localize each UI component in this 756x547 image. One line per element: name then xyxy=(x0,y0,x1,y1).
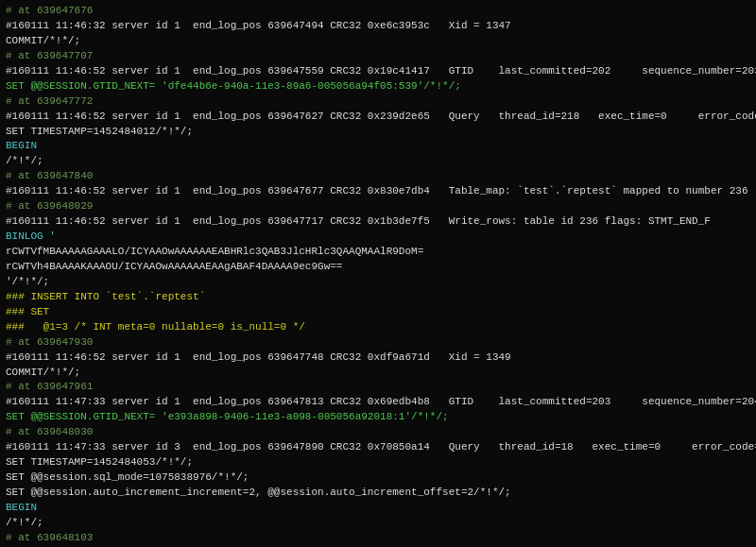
terminal-line: #160111 11:46:32 server id 1 end_log_pos… xyxy=(6,19,750,34)
terminal-line: ### INSERT INTO `test`.`reptest` xyxy=(6,290,750,305)
terminal-line: BEGIN xyxy=(6,501,750,516)
terminal-line: #160111 11:47:33 server id 3 end_log_pos… xyxy=(6,440,750,455)
terminal-line: # at 639647676 xyxy=(6,4,750,19)
terminal-line: # at 639647707 xyxy=(6,49,750,64)
terminal-line: /*!*/; xyxy=(6,154,750,169)
terminal-line: SET @@session.auto_increment_increment=2… xyxy=(6,486,750,501)
terminal-line: BEGIN xyxy=(6,139,750,154)
terminal-line: #160111 11:47:33 server id 1 end_log_pos… xyxy=(6,395,750,410)
terminal-line: # at 639647961 xyxy=(6,380,750,395)
terminal-line: SET TIMESTAMP=1452484053/*!*/; xyxy=(6,455,750,470)
terminal-line: #160111 11:46:52 server id 1 end_log_pos… xyxy=(6,214,750,230)
terminal-line: ### SET xyxy=(6,305,750,320)
terminal-line: BINLOG ' xyxy=(6,230,750,245)
terminal-line: rCWTVfMBAAAAAGAAALO/ICYAAOwAAAAAAEABHRlc… xyxy=(6,245,750,260)
terminal-window: # at 639647676#160111 11:46:32 server id… xyxy=(0,0,756,547)
terminal-line: # at 639648030 xyxy=(6,425,750,440)
terminal-line: #160111 11:46:52 server id 1 end_log_pos… xyxy=(6,184,750,199)
terminal-line: #160111 11:46:52 server id 1 end_log_pos… xyxy=(6,64,750,79)
terminal-line: /*!*/; xyxy=(6,516,750,531)
terminal-line: # at 639647840 xyxy=(6,169,750,184)
terminal-line: COMMIT/*!*/; xyxy=(6,34,750,49)
terminal-line: SET @@SESSION.GTID_NEXT= 'dfe44b6e-940a-… xyxy=(6,79,750,94)
terminal-line: # at 639648029 xyxy=(6,199,750,214)
terminal-line: ### @1=3 /* INT meta=0 nullable=0 is_nul… xyxy=(6,320,750,335)
terminal-line: SET @@SESSION.GTID_NEXT= 'e393a898-9406-… xyxy=(6,410,750,425)
terminal-line: #160111 11:46:52 server id 1 end_log_pos… xyxy=(6,110,750,125)
terminal-line: SET TIMESTAMP=1452484012/*!*/; xyxy=(6,125,750,140)
terminal-line: #160111 11:46:52 server id 1 end_log_pos… xyxy=(6,350,750,366)
terminal-line: '/*!*/; xyxy=(6,275,750,290)
terminal-line: rCWTVh4BAAAAKAAAOU/ICYAAOwAAAAAAEAAgABAF… xyxy=(6,260,750,275)
terminal-line: COMMIT/*!*/; xyxy=(6,366,750,381)
terminal-line: # at 639648103 xyxy=(6,531,750,546)
terminal-line: # at 639647930 xyxy=(6,335,750,350)
terminal-line: # at 639647772 xyxy=(6,94,750,110)
terminal-line: SET @@session.sql_mode=1075838976/*!*/; xyxy=(6,470,750,486)
